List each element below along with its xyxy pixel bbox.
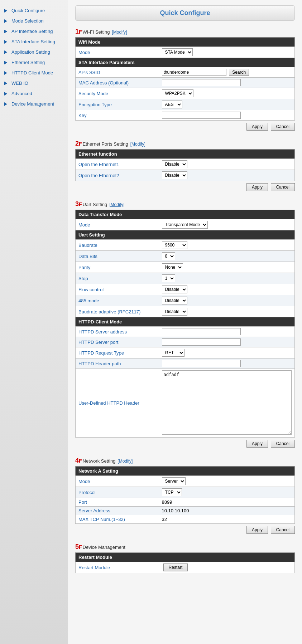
- network-mode-select[interactable]: Server Client: [162, 477, 186, 485]
- ethernet-function-header-row: Ethernet function: [76, 150, 295, 159]
- ethernet-apply-button[interactable]: Apply: [246, 183, 268, 191]
- httpd-header-path-cell: [159, 358, 294, 369]
- sidebar-item-ap-interface[interactable]: AP Interface Setting: [0, 26, 68, 36]
- uart-setting-header-row: Uart Setting: [76, 230, 295, 240]
- encryption-select[interactable]: AES TKIP: [162, 101, 182, 108]
- ethernet-modify-link[interactable]: [Modify]: [130, 142, 145, 147]
- httpd-server-address-row: HTTPD Server address: [76, 327, 295, 337]
- mode485-select[interactable]: Disable Enable: [162, 297, 187, 304]
- baudrate-row: Baudrate 9600 115200 38400: [76, 240, 295, 251]
- baudrate-select[interactable]: 9600 115200 38400: [162, 241, 187, 249]
- wifi-modify-link[interactable]: [Modify]: [112, 30, 127, 35]
- arrow-icon: [4, 8, 9, 13]
- baudrate-adaptive-label: Baudrate adaptive (RFC2117): [76, 306, 159, 317]
- device-section: 5F Device Management Restart Module Rest…: [75, 543, 295, 573]
- sidebar-item-sta-interface[interactable]: STA Interface Setting: [0, 36, 68, 47]
- wifi-mode-select[interactable]: STA Mode AP Mode: [162, 48, 193, 56]
- network-mode-cell: Server Client: [159, 476, 294, 487]
- max-tcp-value: 32: [162, 517, 167, 522]
- ssid-row: AP's SSID Search: [76, 67, 295, 78]
- restart-button[interactable]: Restart: [163, 564, 188, 571]
- arrow-icon: [4, 60, 9, 65]
- search-button[interactable]: Search: [229, 69, 249, 76]
- sidebar-item-ethernet[interactable]: Ethernet Setting: [0, 57, 68, 68]
- network-button-row: Apply Cancel: [75, 524, 295, 536]
- network-config-table: Network A Setting Mode Server Client Pro…: [75, 466, 295, 524]
- uart-modify-link[interactable]: [Modify]: [109, 202, 124, 207]
- httpd-header-path-row: HTTPD Header path: [76, 358, 295, 369]
- network-a-header-row: Network A Setting: [76, 467, 295, 476]
- security-cell: WPA2PSK WPA PSK None: [159, 88, 294, 99]
- mode485-row: 485 mode Disable Enable: [76, 295, 295, 306]
- protocol-select[interactable]: TCP UDP: [162, 488, 182, 496]
- key-cell: [159, 110, 294, 121]
- arrow-icon: [4, 102, 9, 107]
- ethernet-button-row: Apply Cancel: [75, 181, 295, 193]
- sidebar-item-advanced[interactable]: Advanced: [0, 88, 68, 99]
- main-content: Quick Configure 1F WI-FI Setting [Modify…: [68, 0, 302, 644]
- user-defined-cell: adfadf: [159, 369, 294, 438]
- mac-input[interactable]: [162, 79, 241, 86]
- ethernet-section-header: 2F Ethernet Ports Setting [Modify]: [75, 140, 295, 147]
- network-mode-row: Mode Server Client: [76, 476, 295, 487]
- httpd-server-port-row: HTTPD Server port: [76, 337, 295, 347]
- flowcontrol-cell: Disable Enable: [159, 284, 294, 295]
- server-address-value: 10.10.10.100: [162, 508, 189, 513]
- httpd-server-port-cell: [159, 337, 294, 347]
- ssid-input[interactable]: [162, 69, 226, 76]
- httpd-header-path-input[interactable]: [162, 360, 241, 367]
- sidebar-item-quick-configure[interactable]: Quick Configure: [0, 5, 68, 16]
- network-modify-link[interactable]: [Modify]: [118, 459, 133, 464]
- user-defined-textarea[interactable]: adfadf: [162, 370, 292, 435]
- httpd-server-address-cell: [159, 327, 294, 337]
- security-select[interactable]: WPA2PSK WPA PSK None: [162, 89, 193, 97]
- wifi-button-row: Apply Cancel: [75, 121, 295, 133]
- uart-section-header: 3F Uart Setting [Modify]: [75, 200, 295, 208]
- flowcontrol-label: Flow control: [76, 284, 159, 295]
- httpd-request-type-select[interactable]: GET POST: [162, 349, 184, 357]
- security-label: Security Mode: [76, 88, 159, 99]
- mac-label: MAC Address (Optional): [76, 78, 159, 88]
- eth2-cell: Disable Enable: [159, 170, 294, 181]
- wifi-section-header: 1F WI-FI Setting [Modify]: [75, 28, 295, 35]
- sidebar-item-mode-selection[interactable]: Mode Selection: [0, 16, 68, 26]
- sidebar-item-application[interactable]: Application Setting: [0, 47, 68, 57]
- restart-row: Restart Module Restart: [76, 562, 295, 573]
- httpd-server-address-input[interactable]: [162, 328, 241, 335]
- eth1-select[interactable]: Disable Enable: [162, 160, 187, 168]
- parity-select[interactable]: None Even Odd: [162, 263, 183, 271]
- ssid-label: AP's SSID: [76, 67, 159, 78]
- stop-cell: 1 2: [159, 273, 294, 284]
- stop-select[interactable]: 1 2: [162, 274, 175, 282]
- httpd-server-port-input[interactable]: [162, 338, 241, 346]
- network-section-title: Network Setting: [83, 458, 116, 464]
- sidebar-item-webio[interactable]: WEB IO: [0, 78, 68, 88]
- network-cancel-button[interactable]: Cancel: [271, 526, 295, 534]
- wifi-cancel-button[interactable]: Cancel: [271, 123, 295, 131]
- encryption-label: Encryption Type: [76, 99, 159, 110]
- encryption-cell: AES TKIP: [159, 99, 294, 110]
- databits-row: Data Bits 8 7 6: [76, 251, 295, 262]
- ethernet-section-num: 2F: [75, 140, 82, 147]
- network-section: 4F Network Setting [Modify] Network A Se…: [75, 457, 295, 536]
- uart-mode-select[interactable]: Transparent Mode Protocol Mode: [162, 221, 208, 229]
- page-title: Quick Configure: [160, 9, 210, 16]
- wifi-apply-button[interactable]: Apply: [246, 123, 268, 131]
- uart-cancel-button[interactable]: Cancel: [271, 440, 295, 448]
- network-apply-button[interactable]: Apply: [246, 526, 268, 534]
- stop-row: Stop 1 2: [76, 273, 295, 284]
- databits-select[interactable]: 8 7 6: [162, 252, 175, 260]
- parity-label: Parity: [76, 262, 159, 273]
- sidebar-item-device-management[interactable]: Device Management: [0, 99, 68, 109]
- mode485-cell: Disable Enable: [159, 295, 294, 306]
- flowcontrol-select[interactable]: Disable Enable: [162, 286, 187, 293]
- eth2-select[interactable]: Disable Enable: [162, 171, 187, 179]
- sta-params-header-row: STA Interface Parameters: [76, 58, 295, 67]
- key-input[interactable]: [162, 112, 241, 119]
- ethernet-cancel-button[interactable]: Cancel: [271, 183, 295, 191]
- baudrate-adaptive-select[interactable]: Disable Enable: [162, 308, 187, 316]
- uart-apply-button[interactable]: Apply: [246, 440, 268, 448]
- sidebar-item-httpd[interactable]: HTTPD Client Mode: [0, 68, 68, 78]
- port-cell: 8899: [159, 498, 294, 507]
- eth2-row: Open the Ethernet2 Disable Enable: [76, 170, 295, 181]
